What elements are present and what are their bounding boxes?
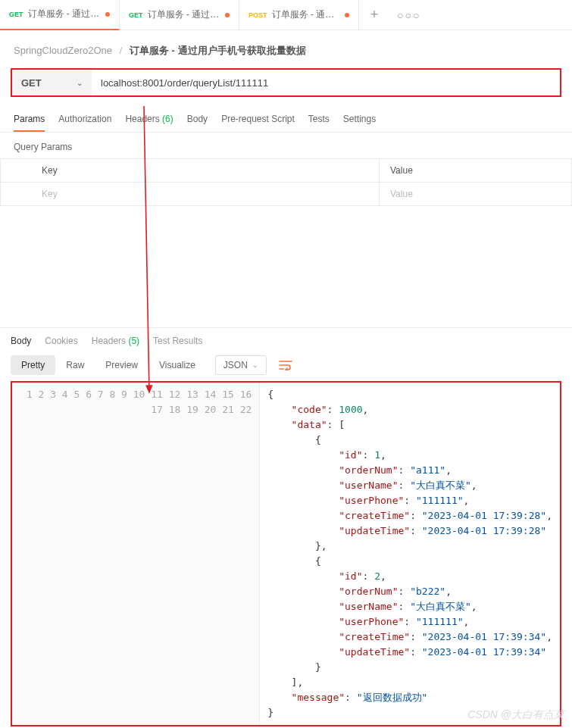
view-pretty[interactable]: Pretty — [11, 355, 55, 375]
watermark: CSDN @大白有点菜 — [467, 708, 564, 722]
dirty-dot — [105, 12, 110, 17]
table-row[interactable] — [1, 183, 572, 206]
breadcrumb-collection[interactable]: SpringCloudZero2One — [14, 45, 112, 56]
response-body: 1 2 3 4 5 6 7 8 9 10 11 12 13 14 15 16 1… — [11, 381, 561, 726]
new-tab-button[interactable]: + — [359, 7, 389, 23]
line-gutter: 1 2 3 4 5 6 7 8 9 10 11 12 13 14 15 16 1… — [12, 383, 260, 725]
resp-tab-testresults[interactable]: Test Results — [153, 336, 202, 346]
subtab-tests[interactable]: Tests — [308, 108, 330, 132]
subtab-settings[interactable]: Settings — [343, 108, 376, 132]
param-key-input[interactable] — [42, 189, 368, 199]
query-params-label: Query Params — [0, 133, 572, 158]
request-tabs: GET 订单服务 - 通过用户手机号 GET 订单服务 - 通过订单号删除 PO… — [0, 0, 572, 30]
response-tabs: Body Cookies Headers (5) Test Results — [0, 328, 572, 352]
resp-tab-headers[interactable]: Headers (5) — [92, 336, 139, 346]
chevron-down-icon: ⌄ — [252, 361, 258, 369]
tab-title: 订单服务 - 通过用户手机号 — [28, 8, 101, 20]
subtab-prerequest[interactable]: Pre-request Script — [221, 108, 295, 132]
subtab-authorization[interactable]: Authorization — [58, 108, 111, 132]
request-url-bar: GET ⌄ — [11, 68, 561, 97]
tab-2[interactable]: POST 订单服务 - 通过订单号修改 — [239, 0, 359, 30]
breadcrumb-separator: / — [120, 45, 123, 56]
tab-title: 订单服务 - 通过订单号修改 — [272, 8, 340, 21]
url-input[interactable] — [92, 70, 560, 95]
resp-tab-body[interactable]: Body — [11, 336, 31, 346]
column-header-value: Value — [380, 159, 572, 183]
tab-method: GET — [9, 11, 23, 18]
query-params-table: Key Value — [0, 158, 572, 206]
response-source[interactable]: { "code": 1000, "data": [ { "id": 1, "or… — [260, 383, 560, 725]
view-raw[interactable]: Raw — [55, 355, 95, 375]
subtab-body[interactable]: Body — [187, 108, 208, 132]
view-preview[interactable]: Preview — [95, 355, 148, 375]
http-method-label: GET — [21, 77, 42, 89]
tab-0[interactable]: GET 订单服务 - 通过用户手机号 — [0, 0, 120, 30]
http-method-select[interactable]: GET ⌄ — [12, 70, 92, 95]
view-visualize[interactable]: Visualize — [148, 355, 206, 375]
tab-method: POST — [248, 11, 267, 19]
param-value-input[interactable] — [390, 189, 561, 199]
response-format-select[interactable]: JSON ⌄ — [215, 355, 267, 375]
subtab-params[interactable]: Params — [14, 108, 45, 132]
response-toolbar: Pretty Raw Preview Visualize JSON ⌄ — [0, 352, 572, 381]
resp-tab-cookies[interactable]: Cookies — [45, 336, 77, 346]
column-header-key: Key — [1, 159, 380, 183]
tab-overflow-button[interactable]: ○○○ — [389, 9, 428, 21]
dirty-dot — [345, 13, 349, 17]
tab-method: GET — [129, 11, 143, 19]
wrap-lines-icon[interactable] — [274, 357, 297, 373]
dirty-dot — [225, 13, 230, 17]
breadcrumb: SpringCloudZero2One / 订单服务 - 通过用户手机号获取批量… — [0, 30, 572, 68]
subtab-headers[interactable]: Headers (6) — [125, 108, 173, 132]
chevron-down-icon: ⌄ — [77, 79, 83, 87]
tab-1[interactable]: GET 订单服务 - 通过订单号删除 — [120, 0, 239, 30]
tab-title: 订单服务 - 通过订单号删除 — [148, 8, 220, 21]
breadcrumb-request: 订单服务 - 通过用户手机号获取批量数据 — [130, 45, 306, 56]
request-subtabs: Params Authorization Headers (6) Body Pr… — [0, 108, 572, 132]
